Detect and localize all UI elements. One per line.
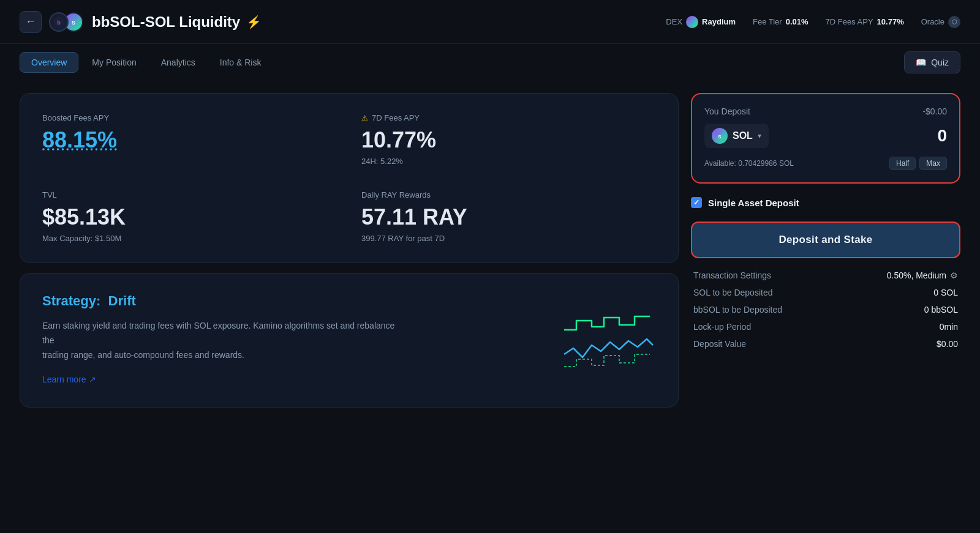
quiz-icon: 📖 <box>916 58 926 67</box>
sol-deposited-row: SOL to be Deposited 0 SOL <box>693 288 958 297</box>
single-asset-row: Single Asset Deposit <box>691 191 960 214</box>
dex-stat: DEX Raydium <box>666 16 736 28</box>
fees-apy-value: 10.77% <box>877 17 904 26</box>
tvl-label: TVL <box>42 190 337 199</box>
bbsol-deposited-row: bbSOL to be Deposited 0 bbSOL <box>693 305 958 315</box>
strategy-card: Strategy: Drift Earn staking yield and t… <box>20 273 679 408</box>
strategy-description: Earn staking yield and trading fees with… <box>42 319 398 362</box>
strategy-title: Strategy: Drift <box>42 293 656 309</box>
sol-deposited-value: 0 SOL <box>933 288 958 297</box>
strategy-chart <box>558 311 656 385</box>
strategy-title-static: Strategy: <box>42 293 100 308</box>
tab-info-risk[interactable]: Info & Risk <box>209 53 273 72</box>
deposit-available-text: Available: 0.70429986 SOL <box>704 159 794 168</box>
svg-point-3 <box>688 18 696 26</box>
chevron-down-icon: ▾ <box>758 132 761 140</box>
bbsol-deposited-value: 0 bbSOL <box>924 305 958 315</box>
left-panel: Boosted Fees APY 88.15% ⚠ 7D Fees APY 10… <box>20 93 679 408</box>
daily-ray-label: Daily RAY Rewards <box>361 190 656 199</box>
max-button[interactable]: Max <box>919 157 947 170</box>
lockup-value: 0min <box>940 322 958 332</box>
fees-apy-label: 7D Fees APY <box>826 17 873 26</box>
deposit-token-row: S SOL ▾ 0 <box>704 124 947 148</box>
transaction-settings: Transaction Settings 0.50%, Medium ⚙ SOL… <box>691 270 960 349</box>
stats-grid: Boosted Fees APY 88.15% ⚠ 7D Fees APY 10… <box>42 113 656 243</box>
bbsol-icon: b <box>49 12 69 32</box>
fee-tier-label: Fee Tier <box>753 17 782 26</box>
sol-token-icon: S <box>712 128 728 144</box>
deposit-value-label: Deposit Value <box>693 339 746 349</box>
fees-24h-sub: 24H: 5.22% <box>361 157 656 166</box>
daily-ray-stat: Daily RAY Rewards 57.11 RAY 399.77 RAY f… <box>361 190 656 243</box>
tab-overview[interactable]: Overview <box>20 52 78 73</box>
you-deposit-label: You Deposit <box>704 106 750 116</box>
oracle-stat: Oracle ⬡ <box>921 16 960 28</box>
quiz-label: Quiz <box>931 58 949 67</box>
deposit-amount: 0 <box>937 126 947 146</box>
deposit-value-row: Deposit Value $0.00 <box>693 339 958 349</box>
fees-7d-apy-stat: ⚠ 7D Fees APY 10.77% 24H: 5.22% <box>361 113 656 166</box>
boosted-fees-apy-stat: Boosted Fees APY 88.15% <box>42 113 337 166</box>
deposit-available-row: Available: 0.70429986 SOL Half Max <box>704 157 947 170</box>
lockup-label: Lock-up Period <box>693 322 751 332</box>
svg-text:S: S <box>718 134 722 140</box>
fees-7d-apy-label-text: 7D Fees APY <box>372 113 420 122</box>
svg-text:b: b <box>57 20 61 26</box>
fee-tier-stat: Fee Tier 0.01% <box>753 17 809 26</box>
tab-my-position[interactable]: My Position <box>81 53 147 72</box>
bbsol-deposited-label: bbSOL to be Deposited <box>693 305 782 315</box>
logo-icons: b S <box>49 12 83 32</box>
gear-icon[interactable]: ⚙ <box>950 270 958 280</box>
single-asset-checkbox[interactable] <box>691 197 702 208</box>
deposit-header: You Deposit -$0.00 <box>704 106 947 116</box>
raydium-icon <box>686 16 698 28</box>
header: ← b S bbSOL-SOL Liquidity ⚡ DEX Raydium … <box>0 0 980 44</box>
half-button[interactable]: Half <box>889 157 916 170</box>
fees-7d-apy-value: 10.77% <box>361 127 656 153</box>
strategy-title-highlight: Drift <box>108 293 136 308</box>
warning-icon: ⚠ <box>361 114 368 122</box>
dex-name: Raydium <box>702 17 736 26</box>
tx-settings-value-text: 0.50%, Medium <box>887 270 946 280</box>
learn-more-arrow: ↗ <box>89 375 96 384</box>
tx-settings-value: 0.50%, Medium ⚙ <box>887 270 958 280</box>
fees-apy-stat: 7D Fees APY 10.77% <box>826 17 904 26</box>
token-selector[interactable]: S SOL ▾ <box>704 124 769 148</box>
tvl-max-label: Max Capacity: $1.50M <box>42 234 337 243</box>
fees-7d-label: ⚠ 7D Fees APY <box>361 113 656 122</box>
header-right: DEX Raydium Fee Tier 0.01% 7D Fees APY 1… <box>666 16 960 28</box>
tx-settings-row: Transaction Settings 0.50%, Medium ⚙ <box>693 270 958 280</box>
tvl-stat: TVL $85.13K Max Capacity: $1.50M <box>42 190 337 243</box>
svg-text:S: S <box>72 20 75 26</box>
sol-deposited-label: SOL to be Deposited <box>693 288 772 297</box>
quiz-button[interactable]: 📖 Quiz <box>904 51 960 73</box>
lightning-icon: ⚡ <box>246 15 262 29</box>
half-max-buttons: Half Max <box>889 157 947 170</box>
oracle-icon: ⬡ <box>948 16 960 28</box>
single-asset-label: Single Asset Deposit <box>708 198 799 208</box>
fee-tier-value: 0.01% <box>786 17 809 26</box>
lockup-row: Lock-up Period 0min <box>693 322 958 332</box>
deposit-value: $0.00 <box>937 339 958 349</box>
deposit-usd-value: -$0.00 <box>922 106 947 116</box>
learn-more-text: Learn more <box>42 375 86 384</box>
right-panel: You Deposit -$0.00 S SOL ▾ 0 <box>691 93 960 408</box>
tvl-value: $85.13K <box>42 204 337 230</box>
page-title: bbSOL-SOL Liquidity <box>92 13 240 31</box>
daily-ray-value: 57.11 RAY <box>361 204 656 230</box>
tab-analytics[interactable]: Analytics <box>150 53 206 72</box>
tx-settings-label: Transaction Settings <box>693 270 771 280</box>
nav-tabs: Overview My Position Analytics Info & Ri… <box>0 44 980 81</box>
boosted-fees-apy-value: 88.15% <box>42 127 337 153</box>
dex-label: DEX <box>666 17 682 26</box>
token-name: SOL <box>733 130 753 141</box>
oracle-label: Oracle <box>921 17 944 26</box>
boosted-fees-apy-label: Boosted Fees APY <box>42 113 337 122</box>
back-button[interactable]: ← <box>20 11 42 33</box>
deposit-stake-button[interactable]: Deposit and Stake <box>691 222 960 258</box>
main-content: Boosted Fees APY 88.15% ⚠ 7D Fees APY 10… <box>0 81 980 420</box>
stats-card: Boosted Fees APY 88.15% ⚠ 7D Fees APY 10… <box>20 93 679 263</box>
deposit-input-card: You Deposit -$0.00 S SOL ▾ 0 <box>691 93 960 184</box>
daily-ray-sub: 399.77 RAY for past 7D <box>361 234 656 243</box>
